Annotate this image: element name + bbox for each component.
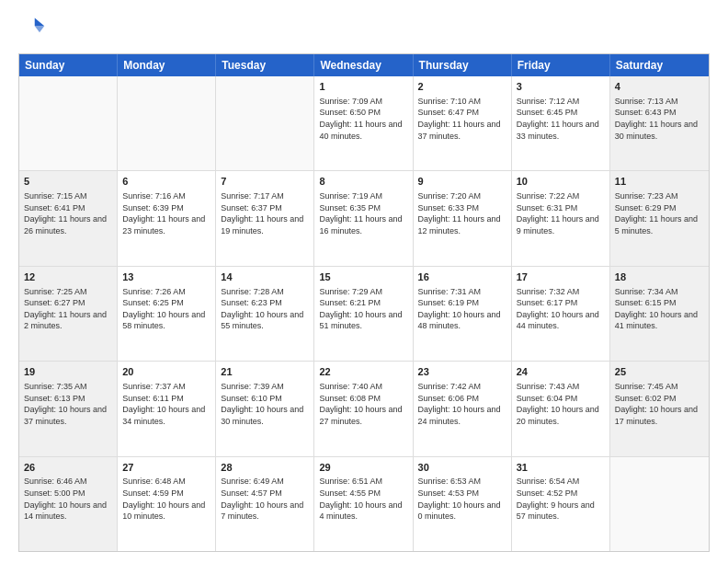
day-number: 15 <box>319 270 407 284</box>
day-number: 13 <box>122 270 210 284</box>
cal-cell-day-19: 19Sunrise: 7:35 AM Sunset: 6:13 PM Dayli… <box>19 362 118 455</box>
cal-cell-day-30: 30Sunrise: 6:53 AM Sunset: 4:53 PM Dayli… <box>414 457 512 551</box>
day-number: 29 <box>319 461 407 475</box>
cal-cell-day-16: 16Sunrise: 7:31 AM Sunset: 6:19 PM Dayli… <box>414 267 512 361</box>
cell-content: Sunrise: 7:17 AM Sunset: 6:37 PM Dayligh… <box>221 190 309 236</box>
cal-cell-day-14: 14Sunrise: 7:28 AM Sunset: 6:23 PM Dayli… <box>216 267 314 361</box>
cal-week-2: 5Sunrise: 7:15 AM Sunset: 6:41 PM Daylig… <box>19 171 709 266</box>
cal-cell-empty <box>216 76 314 170</box>
cal-cell-day-5: 5Sunrise: 7:15 AM Sunset: 6:41 PM Daylig… <box>19 171 118 265</box>
cal-cell-day-12: 12Sunrise: 7:25 AM Sunset: 6:27 PM Dayli… <box>19 267 118 361</box>
cal-header-sunday: Sunday <box>19 54 118 76</box>
cell-content: Sunrise: 7:31 AM Sunset: 6:19 PM Dayligh… <box>418 286 506 332</box>
cell-content: Sunrise: 7:19 AM Sunset: 6:35 PM Dayligh… <box>319 190 407 236</box>
cal-cell-empty <box>610 457 709 551</box>
day-number: 7 <box>221 175 309 189</box>
cal-cell-day-3: 3Sunrise: 7:12 AM Sunset: 6:45 PM Daylig… <box>512 76 610 170</box>
cal-header-saturday: Saturday <box>610 54 709 76</box>
cell-content: Sunrise: 7:25 AM Sunset: 6:27 PM Dayligh… <box>24 286 112 332</box>
logo <box>18 15 48 44</box>
day-number: 11 <box>615 175 704 189</box>
cal-cell-day-7: 7Sunrise: 7:17 AM Sunset: 6:37 PM Daylig… <box>216 171 314 265</box>
cell-content: Sunrise: 7:13 AM Sunset: 6:43 PM Dayligh… <box>615 96 704 142</box>
day-number: 18 <box>615 270 704 284</box>
svg-marker-1 <box>35 26 45 32</box>
cal-cell-day-9: 9Sunrise: 7:20 AM Sunset: 6:33 PM Daylig… <box>414 171 512 265</box>
day-number: 26 <box>24 461 112 475</box>
cal-cell-day-4: 4Sunrise: 7:13 AM Sunset: 6:43 PM Daylig… <box>610 76 709 170</box>
day-number: 30 <box>418 461 506 475</box>
day-number: 8 <box>319 175 407 189</box>
cell-content: Sunrise: 6:53 AM Sunset: 4:53 PM Dayligh… <box>418 476 506 522</box>
header <box>18 15 710 44</box>
day-number: 16 <box>418 270 506 284</box>
cal-header-friday: Friday <box>512 54 610 76</box>
calendar-body: 1Sunrise: 7:09 AM Sunset: 6:50 PM Daylig… <box>19 76 709 551</box>
day-number: 28 <box>221 461 309 475</box>
day-number: 6 <box>122 175 210 189</box>
cal-week-1: 1Sunrise: 7:09 AM Sunset: 6:50 PM Daylig… <box>19 76 709 171</box>
cell-content: Sunrise: 7:23 AM Sunset: 6:29 PM Dayligh… <box>615 190 704 236</box>
cell-content: Sunrise: 7:26 AM Sunset: 6:25 PM Dayligh… <box>122 286 210 332</box>
cell-content: Sunrise: 6:54 AM Sunset: 4:52 PM Dayligh… <box>517 476 605 522</box>
cell-content: Sunrise: 7:40 AM Sunset: 6:08 PM Dayligh… <box>319 381 407 427</box>
day-number: 20 <box>122 365 210 379</box>
day-number: 3 <box>517 80 605 94</box>
day-number: 5 <box>24 175 112 189</box>
page: SundayMondayTuesdayWednesdayThursdayFrid… <box>0 0 728 563</box>
cell-content: Sunrise: 7:10 AM Sunset: 6:47 PM Dayligh… <box>418 96 506 142</box>
cell-content: Sunrise: 7:32 AM Sunset: 6:17 PM Dayligh… <box>517 286 605 332</box>
cell-content: Sunrise: 7:22 AM Sunset: 6:31 PM Dayligh… <box>517 190 605 236</box>
cell-content: Sunrise: 7:29 AM Sunset: 6:21 PM Dayligh… <box>319 286 407 332</box>
cal-cell-day-2: 2Sunrise: 7:10 AM Sunset: 6:47 PM Daylig… <box>414 76 512 170</box>
cell-content: Sunrise: 7:16 AM Sunset: 6:39 PM Dayligh… <box>122 190 210 236</box>
day-number: 21 <box>221 365 309 379</box>
cal-cell-day-13: 13Sunrise: 7:26 AM Sunset: 6:25 PM Dayli… <box>118 267 216 361</box>
day-number: 4 <box>615 80 704 94</box>
cal-cell-day-25: 25Sunrise: 7:45 AM Sunset: 6:02 PM Dayli… <box>610 362 709 455</box>
cal-cell-day-21: 21Sunrise: 7:39 AM Sunset: 6:10 PM Dayli… <box>216 362 314 455</box>
cell-content: Sunrise: 7:12 AM Sunset: 6:45 PM Dayligh… <box>517 96 605 142</box>
day-number: 17 <box>517 270 605 284</box>
day-number: 22 <box>319 365 407 379</box>
cal-cell-day-22: 22Sunrise: 7:40 AM Sunset: 6:08 PM Dayli… <box>314 362 413 455</box>
logo-icon <box>20 15 46 40</box>
cal-cell-day-29: 29Sunrise: 6:51 AM Sunset: 4:55 PM Dayli… <box>314 457 413 551</box>
cal-cell-day-20: 20Sunrise: 7:37 AM Sunset: 6:11 PM Dayli… <box>118 362 216 455</box>
cal-cell-day-24: 24Sunrise: 7:43 AM Sunset: 6:04 PM Dayli… <box>512 362 610 455</box>
cell-content: Sunrise: 7:42 AM Sunset: 6:06 PM Dayligh… <box>418 381 506 427</box>
day-number: 19 <box>24 365 112 379</box>
calendar-header-row: SundayMondayTuesdayWednesdayThursdayFrid… <box>19 54 709 76</box>
cal-cell-day-8: 8Sunrise: 7:19 AM Sunset: 6:35 PM Daylig… <box>314 171 413 265</box>
day-number: 9 <box>418 175 506 189</box>
day-number: 10 <box>517 175 605 189</box>
cell-content: Sunrise: 6:46 AM Sunset: 5:00 PM Dayligh… <box>24 476 112 522</box>
cell-content: Sunrise: 7:43 AM Sunset: 6:04 PM Dayligh… <box>517 381 605 427</box>
cell-content: Sunrise: 7:35 AM Sunset: 6:13 PM Dayligh… <box>24 381 112 427</box>
cal-header-thursday: Thursday <box>414 54 512 76</box>
cal-cell-day-31: 31Sunrise: 6:54 AM Sunset: 4:52 PM Dayli… <box>512 457 610 551</box>
cal-cell-day-11: 11Sunrise: 7:23 AM Sunset: 6:29 PM Dayli… <box>610 171 709 265</box>
cell-content: Sunrise: 6:49 AM Sunset: 4:57 PM Dayligh… <box>221 476 309 522</box>
cal-cell-day-27: 27Sunrise: 6:48 AM Sunset: 4:59 PM Dayli… <box>118 457 216 551</box>
cell-content: Sunrise: 7:09 AM Sunset: 6:50 PM Dayligh… <box>319 96 407 142</box>
cell-content: Sunrise: 7:20 AM Sunset: 6:33 PM Dayligh… <box>418 190 506 236</box>
day-number: 12 <box>24 270 112 284</box>
day-number: 14 <box>221 270 309 284</box>
cal-cell-day-17: 17Sunrise: 7:32 AM Sunset: 6:17 PM Dayli… <box>512 267 610 361</box>
cal-cell-day-1: 1Sunrise: 7:09 AM Sunset: 6:50 PM Daylig… <box>314 76 413 170</box>
cell-content: Sunrise: 7:37 AM Sunset: 6:11 PM Dayligh… <box>122 381 210 427</box>
cell-content: Sunrise: 6:51 AM Sunset: 4:55 PM Dayligh… <box>319 476 407 522</box>
cal-cell-empty <box>19 76 118 170</box>
day-number: 25 <box>615 365 704 379</box>
cell-content: Sunrise: 6:48 AM Sunset: 4:59 PM Dayligh… <box>122 476 210 522</box>
cal-week-3: 12Sunrise: 7:25 AM Sunset: 6:27 PM Dayli… <box>19 267 709 362</box>
svg-marker-0 <box>35 18 45 27</box>
day-number: 27 <box>122 461 210 475</box>
day-number: 31 <box>517 461 605 475</box>
cell-content: Sunrise: 7:45 AM Sunset: 6:02 PM Dayligh… <box>615 381 704 427</box>
day-number: 1 <box>319 80 407 94</box>
cal-cell-day-28: 28Sunrise: 6:49 AM Sunset: 4:57 PM Dayli… <box>216 457 314 551</box>
cal-cell-day-18: 18Sunrise: 7:34 AM Sunset: 6:15 PM Dayli… <box>610 267 709 361</box>
day-number: 24 <box>517 365 605 379</box>
